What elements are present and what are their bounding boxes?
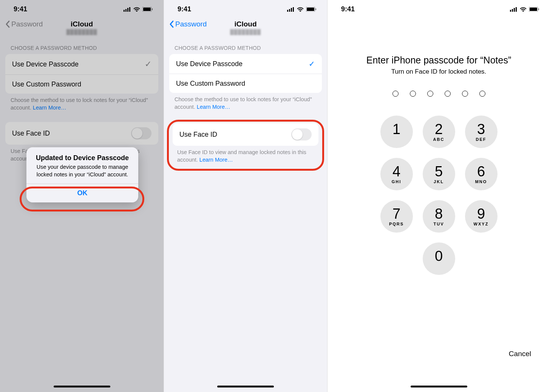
status-time: 9:41 xyxy=(14,5,27,13)
passcode-title: Enter iPhone passcode for “Notes” xyxy=(339,55,539,66)
page-title: iCloud xyxy=(0,20,164,28)
page-subtitle: ████████ xyxy=(0,29,164,35)
faceid-toggle-row[interactable]: Use Face ID xyxy=(173,123,318,146)
cellular-icon xyxy=(287,7,295,12)
option-device-passcode[interactable]: Use Device Passcode ✓ xyxy=(169,54,322,74)
screen-password-settings-alert: 9:41 Password iCloud ████████ CHOOSE A P… xyxy=(0,0,164,392)
home-indicator[interactable] xyxy=(411,386,467,387)
annotation-highlight: Use Face ID Use Face ID to view and mana… xyxy=(167,120,324,171)
status-indicators xyxy=(124,7,153,12)
passcode-dot xyxy=(410,91,416,97)
key-9[interactable]: 9WXYZ xyxy=(465,200,497,233)
home-indicator[interactable] xyxy=(217,386,274,387)
toggle-switch[interactable] xyxy=(131,127,151,139)
passcode-dot xyxy=(479,91,485,97)
battery-icon xyxy=(306,7,317,12)
svg-rect-8 xyxy=(538,8,539,10)
option-custom-password[interactable]: Use Custom Password xyxy=(5,75,158,94)
key-8[interactable]: 8TUV xyxy=(423,200,455,233)
faceid-toggle-row[interactable]: Use Face ID xyxy=(5,122,158,145)
key-7[interactable]: 7PQRS xyxy=(380,200,413,233)
svg-rect-2 xyxy=(152,8,153,10)
cellular-icon xyxy=(124,7,131,12)
page-subtitle: ████████ xyxy=(164,29,327,35)
status-time: 9:41 xyxy=(178,5,191,13)
status-bar: 9:41 xyxy=(328,0,550,17)
screen-password-settings: 9:41 Password iCloud ████████ CHOOSE A P… xyxy=(164,0,327,392)
key-2[interactable]: 2ABC xyxy=(423,116,455,148)
screen-passcode-entry: 9:41 Enter iPhone passcode for “Notes” T… xyxy=(327,0,550,392)
status-time: 9:41 xyxy=(341,5,355,13)
key-3[interactable]: 3DEF xyxy=(465,116,497,148)
option-custom-password[interactable]: Use Custom Password xyxy=(169,74,322,93)
wifi-icon xyxy=(297,7,304,12)
learn-more-link[interactable]: Learn More… xyxy=(33,105,66,111)
faceid-list: Use Face ID xyxy=(173,123,318,146)
passcode-dot xyxy=(392,91,399,97)
svg-rect-1 xyxy=(143,8,151,11)
faceid-list: Use Face ID xyxy=(5,122,158,145)
checkmark-icon: ✓ xyxy=(145,59,151,69)
status-indicators xyxy=(510,7,539,12)
section-footer: Choose the method to use to lock notes f… xyxy=(0,94,164,115)
key-5[interactable]: 5JKL xyxy=(423,158,455,190)
faceid-footer: Use Face ID to view and manage locked no… xyxy=(170,146,321,167)
status-bar: 9:41 xyxy=(0,0,164,17)
annotation-highlight xyxy=(20,187,144,211)
nav-header: Password iCloud ████████ xyxy=(0,17,164,34)
battery-icon xyxy=(142,7,153,12)
learn-more-link[interactable]: Learn More… xyxy=(199,157,233,163)
learn-more-link[interactable]: Learn More… xyxy=(197,104,230,110)
status-bar: 9:41 xyxy=(164,0,327,17)
svg-rect-4 xyxy=(307,8,314,11)
wifi-icon xyxy=(133,7,140,12)
passcode-subtitle: Turn on Face ID for locked notes. xyxy=(339,68,539,76)
status-indicators xyxy=(287,7,317,12)
section-header: CHOOSE A PASSWORD METHOD xyxy=(164,34,327,54)
passcode-dot xyxy=(445,91,451,97)
cancel-button[interactable]: Cancel xyxy=(509,350,531,358)
numeric-keypad: 1 2ABC 3DEF 4GHI 5JKL 6MNO 7PQRS 8TUV 9W… xyxy=(328,116,550,275)
key-1[interactable]: 1 xyxy=(380,116,413,148)
passcode-dot xyxy=(462,91,468,97)
alert-title: Updated to Device Passcode xyxy=(32,154,132,162)
passcode-dots xyxy=(328,83,550,116)
section-header: CHOOSE A PASSWORD METHOD xyxy=(0,34,164,54)
passcode-dot xyxy=(427,91,433,97)
password-method-list: Use Device Passcode ✓ Use Custom Passwor… xyxy=(5,54,158,94)
home-indicator[interactable] xyxy=(54,386,110,387)
password-method-list: Use Device Passcode ✓ Use Custom Passwor… xyxy=(169,54,322,93)
key-6[interactable]: 6MNO xyxy=(465,158,497,190)
toggle-switch[interactable] xyxy=(291,128,312,140)
wifi-icon xyxy=(520,7,527,12)
cellular-icon xyxy=(510,7,518,12)
nav-header: Password iCloud ████████ xyxy=(164,17,327,34)
option-device-passcode[interactable]: Use Device Passcode ✓ xyxy=(5,54,158,75)
alert-message: Use your device passcode to manage locke… xyxy=(32,164,132,178)
checkmark-icon: ✓ xyxy=(309,59,315,68)
key-4[interactable]: 4GHI xyxy=(380,158,413,190)
svg-rect-7 xyxy=(530,8,537,11)
battery-icon xyxy=(529,7,539,12)
section-footer: Choose the method to use to lock notes f… xyxy=(164,93,327,114)
key-0[interactable]: 0 xyxy=(423,242,455,275)
svg-rect-5 xyxy=(315,8,316,10)
page-title: iCloud xyxy=(164,20,327,28)
